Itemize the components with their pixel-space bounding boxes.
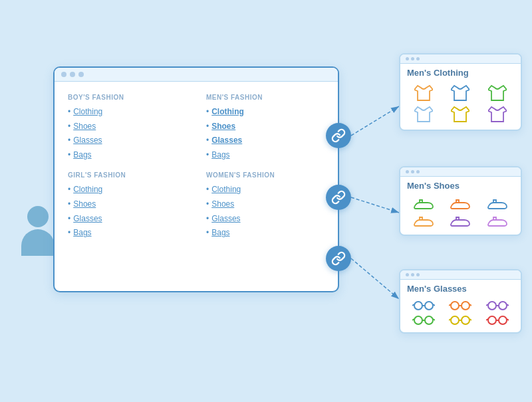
browser-titlebar xyxy=(55,68,338,82)
mens-glasses-grid xyxy=(400,296,521,332)
sd3 xyxy=(416,170,420,173)
womens-glasses-link[interactable]: Glasses xyxy=(211,212,240,227)
girls-fashion-title: GIRL'S FASHION xyxy=(68,171,186,179)
person-body xyxy=(21,229,55,256)
shirt-yellow xyxy=(444,106,477,123)
girls-bags-link[interactable]: Bags xyxy=(73,226,91,241)
left-nav-column: BOY'S FASHION Clothing Shoes Glasses Bag… xyxy=(68,94,186,241)
mens-bags-item[interactable]: Bags xyxy=(206,148,325,163)
boys-glasses-item[interactable]: Glasses xyxy=(68,134,186,148)
girls-bags-item[interactable]: Bags xyxy=(68,226,186,241)
mens-clothing-link[interactable]: Clothing xyxy=(211,105,244,120)
svg-line-2 xyxy=(351,106,399,136)
shirt-lightblue xyxy=(407,106,440,123)
womens-shoes-link[interactable]: Shoes xyxy=(211,197,234,212)
svg-point-19 xyxy=(499,302,507,310)
boys-clothing-item[interactable]: Clothing xyxy=(68,105,186,120)
mens-shoes-item[interactable]: Shoes xyxy=(206,120,325,134)
glasses-red xyxy=(481,315,514,326)
boys-fashion-title: BOY'S FASHION xyxy=(68,94,186,101)
mens-glasses-titlebar xyxy=(400,270,521,280)
glasses-green xyxy=(407,315,440,326)
shoe-blue2 xyxy=(481,197,514,211)
glasses-yellow xyxy=(444,315,477,326)
womens-fashion-title: WOMEN'S FASHION xyxy=(206,171,325,179)
boys-bags-link[interactable]: Bags xyxy=(73,148,91,163)
womens-shoes-item[interactable]: Shoes xyxy=(206,197,325,212)
mens-clothing-window: Men's Clothing xyxy=(399,53,522,131)
chain-link-2 xyxy=(326,185,351,210)
shoe-orange2 xyxy=(407,215,440,228)
gd1 xyxy=(406,273,409,276)
shoe-green xyxy=(407,197,440,211)
shirt-blue xyxy=(444,84,477,102)
svg-point-8 xyxy=(414,302,422,310)
svg-line-7 xyxy=(351,258,399,299)
girls-glasses-item[interactable]: Glasses xyxy=(68,212,186,227)
gd2 xyxy=(411,273,414,276)
mens-clothing-grid xyxy=(400,80,521,130)
mens-shoes-grid xyxy=(400,193,521,235)
boys-clothing-link[interactable]: Clothing xyxy=(73,105,102,120)
mens-clothing-item[interactable]: Clothing xyxy=(206,105,325,120)
boys-shoes-item[interactable]: Shoes xyxy=(68,120,186,134)
glasses-orange xyxy=(444,300,477,311)
mens-fashion-title: MEN'S FASHION xyxy=(206,94,325,101)
mens-shoes-titlebar xyxy=(400,167,521,177)
mens-glasses-window: Men's Glasses xyxy=(399,269,522,334)
shirt-green xyxy=(481,84,514,102)
mens-bags-link[interactable]: Bags xyxy=(211,148,229,163)
shoe-orange xyxy=(444,197,477,211)
svg-line-5 xyxy=(351,197,399,213)
svg-point-28 xyxy=(451,316,459,324)
svg-point-9 xyxy=(425,302,433,310)
mens-clothing-titlebar xyxy=(400,54,521,64)
womens-clothing-link[interactable]: Clothing xyxy=(211,183,241,197)
person-head xyxy=(27,206,49,227)
shirt-orange xyxy=(407,84,440,102)
browser-dot-3 xyxy=(78,72,84,77)
right-nav-column: MEN'S FASHION Clothing Shoes Glasses Bag… xyxy=(206,94,325,241)
girls-fashion-list: Clothing Shoes Glasses Bags xyxy=(68,183,186,240)
sd2 xyxy=(411,170,414,173)
pd3 xyxy=(416,57,420,60)
mens-fashion-list: Clothing Shoes Glasses Bags xyxy=(206,105,325,162)
svg-point-23 xyxy=(414,316,422,324)
girls-clothing-item[interactable]: Clothing xyxy=(68,183,186,197)
browser-window: BOY'S FASHION Clothing Shoes Glasses Bag… xyxy=(53,66,339,292)
chain-link-1 xyxy=(326,123,351,148)
mens-glasses-link[interactable]: Glasses xyxy=(211,134,242,148)
chain-link-3 xyxy=(326,246,351,271)
browser-dot-1 xyxy=(61,72,66,77)
svg-point-13 xyxy=(451,302,459,310)
girls-clothing-link[interactable]: Clothing xyxy=(73,183,102,197)
svg-point-18 xyxy=(488,302,496,310)
boys-shoes-link[interactable]: Shoes xyxy=(73,120,96,134)
pd1 xyxy=(406,57,409,60)
shoe-purple xyxy=(444,215,477,228)
mens-glasses-item[interactable]: Glasses xyxy=(206,134,325,148)
mens-clothing-title: Men's Clothing xyxy=(400,64,521,80)
mens-shoes-link[interactable]: Shoes xyxy=(211,120,235,134)
boys-glasses-link[interactable]: Glasses xyxy=(73,134,102,148)
womens-bags-link[interactable]: Bags xyxy=(211,226,229,241)
girls-glasses-link[interactable]: Glasses xyxy=(73,212,102,227)
svg-point-14 xyxy=(462,302,469,310)
womens-fashion-list: Clothing Shoes Glasses Bags xyxy=(206,183,325,240)
sd1 xyxy=(406,170,409,173)
girls-shoes-link[interactable]: Shoes xyxy=(73,197,96,212)
mens-shoes-window: Men's Shoes xyxy=(399,166,522,236)
browser-dot-2 xyxy=(70,72,75,77)
svg-point-33 xyxy=(488,316,496,324)
boys-bags-item[interactable]: Bags xyxy=(68,148,186,163)
womens-bags-item[interactable]: Bags xyxy=(206,226,325,241)
mens-glasses-title: Men's Glasses xyxy=(400,280,521,296)
svg-point-24 xyxy=(425,316,433,324)
gd3 xyxy=(416,273,420,276)
womens-glasses-item[interactable]: Glasses xyxy=(206,212,325,227)
girls-shoes-item[interactable]: Shoes xyxy=(68,197,186,212)
shirt-purple xyxy=(481,106,514,123)
womens-clothing-item[interactable]: Clothing xyxy=(206,183,325,197)
shoe-purple2 xyxy=(481,215,514,228)
svg-point-29 xyxy=(462,316,469,324)
